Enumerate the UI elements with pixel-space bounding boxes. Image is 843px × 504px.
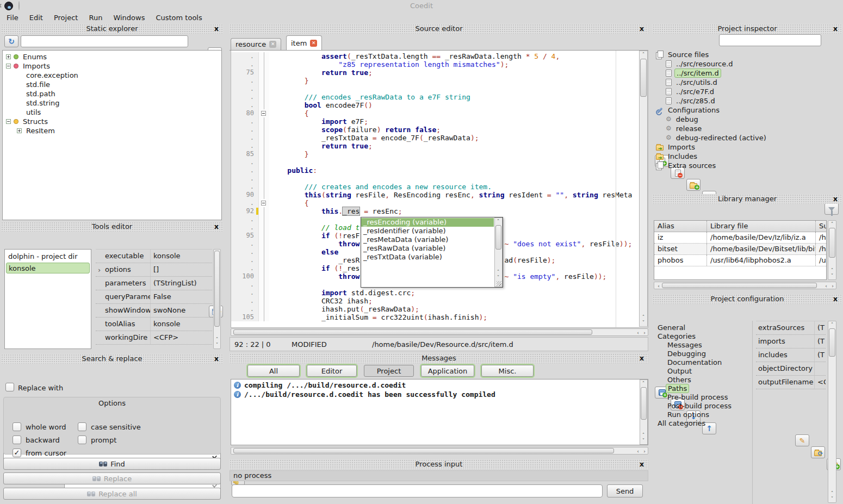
refresh-button[interactable]: ↻: [4, 35, 18, 47]
checkbox-case-sensitive[interactable]: [78, 422, 86, 431]
message-row[interactable]: icompiling /.../build/resource.d.coedit: [231, 381, 648, 390]
messages-close-icon[interactable]: x: [638, 353, 646, 363]
library-row[interactable]: iz/home/basile/Dev/Iz/lib/iz.a/ho: [654, 232, 826, 244]
tree-item[interactable]: std.string: [3, 98, 221, 108]
project-tree-item[interactable]: ➜Includes: [654, 152, 841, 161]
tree-item[interactable]: std.file: [3, 80, 221, 89]
fold-margin[interactable]: [258, 85, 269, 93]
tools-grid-vscrollbar[interactable]: ˄˅: [213, 249, 221, 349]
replace-all-button[interactable]: Replace all: [3, 488, 221, 500]
completion-popup[interactable]: _resEncoding (variable)_resIdentifier (v…: [361, 217, 503, 288]
process-input-close-icon[interactable]: x: [638, 459, 646, 469]
fold-margin[interactable]: [258, 199, 269, 207]
project-tree-item[interactable]: ../src/e7F.d: [654, 87, 841, 96]
editor-tab-resource[interactable]: resource✕: [231, 38, 281, 50]
menu-item-run[interactable]: Run: [83, 14, 108, 22]
replace-button[interactable]: Replace: [3, 472, 221, 484]
project-configuration-close-icon[interactable]: x: [832, 294, 839, 304]
tool-property-row[interactable]: queryParameFalse: [96, 290, 212, 304]
fold-margin[interactable]: [258, 60, 269, 69]
tool-property-row[interactable]: toolAliaskonsole: [96, 318, 212, 331]
checkbox-prompt[interactable]: [78, 435, 86, 444]
fold-margin[interactable]: [258, 191, 269, 199]
project-inspector-close-icon[interactable]: x: [832, 24, 839, 34]
project-tree-item[interactable]: ➜Imports: [654, 142, 841, 152]
completion-item[interactable]: _resRawData (variable): [361, 244, 494, 253]
tool-property-row[interactable]: executablekonsole: [96, 250, 212, 263]
tool-list-item[interactable]: konsole: [6, 263, 90, 273]
project-tree-item[interactable]: ⚙release: [654, 124, 841, 133]
fold-margin[interactable]: [258, 297, 269, 305]
fold-margin[interactable]: [258, 158, 269, 166]
completion-item[interactable]: _resMetaData (variable): [361, 235, 494, 244]
fold-margin[interactable]: [258, 77, 269, 85]
project-tree-item[interactable]: ../src/z85.d: [654, 96, 841, 105]
column-header-alias[interactable]: Alias: [654, 221, 706, 232]
filter-application[interactable]: Application: [421, 365, 474, 377]
expander-plus-icon[interactable]: [17, 128, 22, 133]
editor-vscrollbar[interactable]: ˄ ˄˅: [639, 51, 648, 327]
tools-editor-close-icon[interactable]: x: [213, 222, 220, 232]
category-item[interactable]: Run options: [654, 410, 752, 419]
source-editor-close-icon[interactable]: x: [638, 24, 646, 34]
tree-item[interactable]: Structs: [3, 117, 221, 126]
resize-grip-icon[interactable]: [497, 281, 501, 286]
filter-editor[interactable]: Editor: [307, 365, 357, 377]
find-button[interactable]: Find: [3, 458, 221, 470]
messages-vscrollbar[interactable]: ˄ ˄˅: [640, 379, 648, 445]
category-item[interactable]: All categories: [654, 419, 752, 427]
fold-margin[interactable]: [258, 52, 269, 60]
project-tree-item[interactable]: Extra sources: [654, 161, 841, 170]
menu-item-custom-tools[interactable]: Custom tools: [150, 14, 207, 22]
messages-hscrollbar[interactable]: ‹›: [231, 447, 648, 455]
library-vscrollbar[interactable]: ˄ ˄˅: [828, 220, 836, 280]
category-item[interactable]: Post-build process: [654, 401, 752, 410]
project-tree-item[interactable]: Configurations: [654, 105, 841, 115]
fold-margin[interactable]: [258, 109, 269, 117]
column-header-su[interactable]: Su: [815, 221, 827, 232]
tree-item[interactable]: Imports: [3, 61, 221, 71]
category-item[interactable]: Documentation: [654, 358, 752, 366]
fold-margin[interactable]: [258, 150, 269, 158]
static-explorer-search-input[interactable]: [21, 35, 188, 47]
fold-margin[interactable]: [258, 232, 269, 240]
project-tree-item[interactable]: ⚙debug-redirected (active): [654, 133, 841, 142]
fold-margin[interactable]: [258, 215, 269, 223]
category-item[interactable]: Others: [654, 375, 752, 384]
fold-margin[interactable]: [258, 142, 269, 150]
fold-margin[interactable]: [258, 134, 269, 142]
configuration-vscrollbar[interactable]: ˄ ˄˅: [828, 321, 836, 503]
completion-vscrollbar[interactable]: ˄ ˄˅: [494, 217, 503, 287]
category-item[interactable]: General: [654, 323, 752, 332]
checkbox-whole-word[interactable]: [13, 422, 21, 431]
replace-with-checkbox[interactable]: [5, 383, 14, 391]
menu-item-project[interactable]: Project: [48, 14, 83, 22]
fold-collapse-icon[interactable]: [261, 111, 266, 116]
tree-item[interactable]: utils: [3, 108, 221, 117]
config-property-row[interactable]: objectDirectory: [756, 362, 826, 376]
menu-item-file[interactable]: File: [1, 14, 24, 22]
fold-margin[interactable]: [258, 248, 269, 256]
tool-property-row[interactable]: ›options[]: [96, 263, 212, 277]
completion-item[interactable]: _resIdentifier (variable): [361, 227, 494, 235]
static-explorer-close-icon[interactable]: x: [213, 24, 220, 34]
library-hscrollbar[interactable]: ‹ ‹›: [654, 282, 836, 289]
fold-margin[interactable]: [258, 126, 269, 134]
fold-margin[interactable]: [258, 281, 269, 289]
filter-all[interactable]: All: [247, 365, 300, 377]
project-inspector-filter-button[interactable]: [825, 203, 839, 215]
tool-property-row[interactable]: parameters(TStringList): [96, 277, 212, 290]
project-tree-item[interactable]: ../src/resource.d: [654, 59, 841, 69]
expander-minus-icon[interactable]: [6, 119, 11, 124]
send-button[interactable]: Send: [607, 484, 643, 497]
tool-property-row[interactable]: showWindowswoNone: [96, 304, 212, 318]
checkbox-from-cursor[interactable]: ✓: [13, 449, 21, 457]
library-row[interactable]: bitset/home/basile/Dev/Bitset/lib/bitse/…: [654, 244, 826, 255]
message-row[interactable]: i/.../build/resource.d.coedit has been s…: [231, 390, 648, 399]
fold-margin[interactable]: [258, 264, 269, 272]
config-property-row[interactable]: outputFilename<C: [756, 376, 826, 389]
project-tree-item[interactable]: Source files: [654, 50, 841, 59]
fold-margin[interactable]: [258, 240, 269, 248]
expander-plus-icon[interactable]: [6, 54, 11, 59]
library-row[interactable]: phobos/usr/lib64/libphobos2.a/us: [654, 255, 826, 266]
